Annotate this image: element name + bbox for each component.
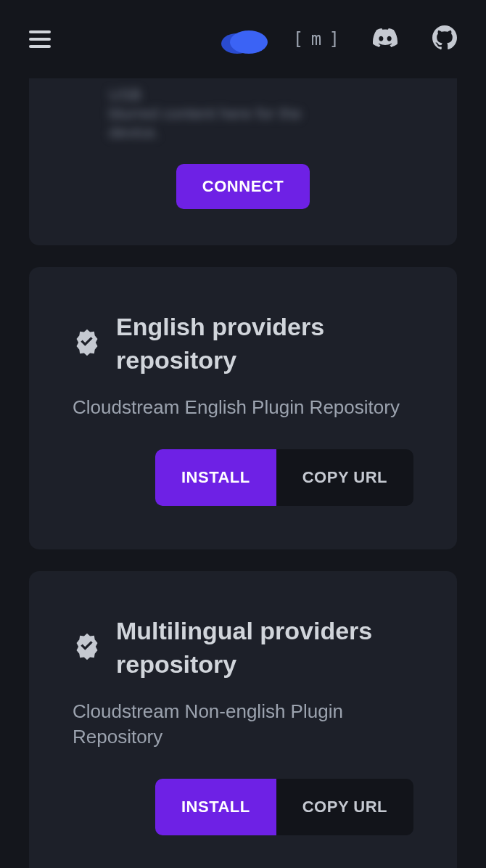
github-icon[interactable]: [432, 25, 457, 53]
copy-url-button[interactable]: COPY URL: [276, 779, 413, 835]
repo-title: Multilingual providers repository: [116, 615, 413, 681]
install-button[interactable]: INSTALL: [155, 779, 276, 835]
verified-badge-icon: [73, 328, 102, 360]
repo-subtitle: Cloudstream Non-english Plugin Repositor…: [73, 699, 413, 750]
discord-icon[interactable]: [373, 25, 398, 53]
matrix-icon[interactable]: [ m ]: [293, 29, 338, 49]
app-header: [ m ]: [0, 0, 486, 78]
button-group: INSTALL COPY URL: [73, 449, 413, 506]
repo-card-multilingual: Multilingual providers repository Clouds…: [29, 571, 457, 868]
blurred-description: USB blurred content here for the device.: [29, 86, 457, 164]
connect-card: USB blurred content here for the device.…: [29, 78, 457, 245]
repo-title: English providers repository: [116, 311, 413, 377]
cloud-logo-icon[interactable]: [214, 22, 272, 57]
hamburger-menu-icon[interactable]: [29, 30, 51, 48]
copy-url-button[interactable]: COPY URL: [276, 449, 413, 506]
connect-button[interactable]: CONNECT: [176, 164, 310, 209]
repo-subtitle: Cloudstream English Plugin Repository: [73, 395, 413, 420]
header-right-icons: [ m ]: [293, 25, 457, 53]
svg-point-1: [230, 30, 268, 54]
button-group: INSTALL COPY URL: [73, 779, 413, 835]
repo-card-english: English providers repository Cloudstream…: [29, 267, 457, 549]
install-button[interactable]: INSTALL: [155, 449, 276, 506]
verified-badge-icon: [73, 632, 102, 664]
